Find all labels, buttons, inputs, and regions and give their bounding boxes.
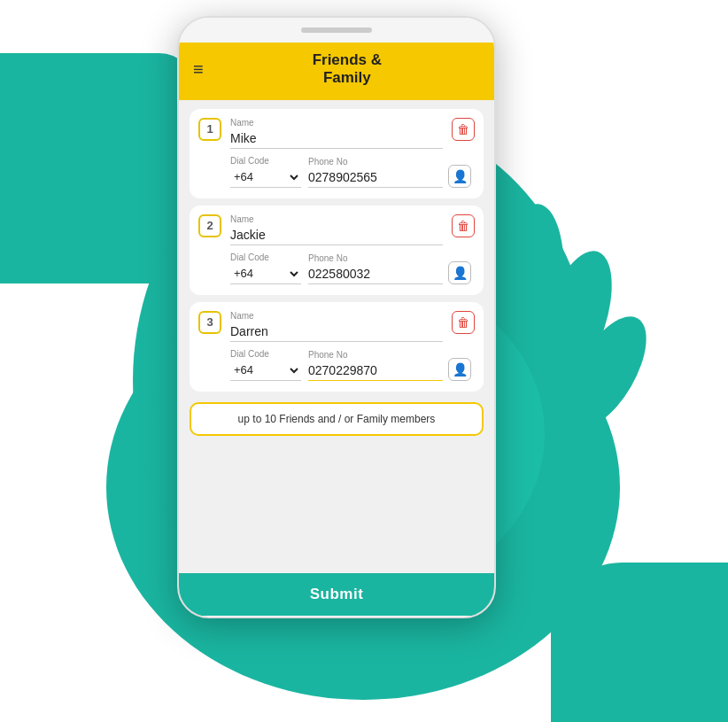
contact-book-button-2[interactable]: 👤 bbox=[448, 261, 471, 284]
phone-label-2: Phone No bbox=[308, 253, 443, 263]
name-input-1[interactable] bbox=[230, 129, 443, 149]
info-banner: up to 10 Friends and / or Family members bbox=[190, 402, 484, 436]
dial-label-3: Dial Code bbox=[230, 349, 301, 359]
submit-button[interactable]: Submit bbox=[179, 573, 494, 616]
contact-book-icon-3: 👤 bbox=[453, 362, 468, 377]
contact-book-button-3[interactable]: 👤 bbox=[448, 358, 471, 381]
phone-notch bbox=[179, 18, 494, 43]
phone-input-1[interactable] bbox=[308, 168, 443, 188]
dial-select-3[interactable]: +64 +1 +44 bbox=[230, 361, 301, 381]
delete-button-3[interactable]: 🗑 bbox=[452, 311, 475, 334]
app-title: Friends & Family bbox=[214, 51, 480, 88]
delete-button-2[interactable]: 🗑 bbox=[452, 214, 475, 237]
dial-label-2: Dial Code bbox=[230, 252, 301, 262]
contact-number-2: 2 bbox=[198, 214, 221, 237]
contact-number-3: 3 bbox=[198, 311, 221, 334]
name-label-3: Name bbox=[230, 311, 443, 321]
contact-book-icon-1: 👤 bbox=[453, 169, 468, 183]
phone-frame: ≡ Friends & Family 1 🗑 Name bbox=[177, 16, 496, 618]
contact-card-1: 1 🗑 Name Dial Code +64 +1 +44 bbox=[190, 109, 484, 198]
hamburger-icon[interactable]: ≡ bbox=[193, 59, 204, 80]
name-label-1: Name bbox=[230, 118, 443, 128]
contact-book-button-1[interactable]: 👤 bbox=[448, 165, 471, 188]
phone-input-2[interactable] bbox=[308, 265, 443, 284]
contact-card-3: 3 🗑 Name Dial Code +64 +1 +44 bbox=[190, 302, 484, 392]
trash-icon-3: 🗑 bbox=[457, 315, 469, 330]
dial-select-2[interactable]: +64 +1 +44 bbox=[230, 264, 301, 284]
contact-book-icon-2: 👤 bbox=[453, 266, 468, 280]
name-label-2: Name bbox=[230, 214, 443, 224]
trash-icon-1: 🗑 bbox=[457, 122, 469, 136]
name-input-3[interactable] bbox=[230, 322, 443, 342]
notch-bar bbox=[301, 27, 372, 33]
app-content: 1 🗑 Name Dial Code +64 +1 +44 bbox=[179, 100, 494, 573]
app-header: ≡ Friends & Family bbox=[179, 43, 494, 100]
phone-label-3: Phone No bbox=[308, 350, 443, 360]
name-input-2[interactable] bbox=[230, 226, 443, 245]
phone-label-1: Phone No bbox=[308, 157, 443, 167]
delete-button-1[interactable]: 🗑 bbox=[452, 118, 475, 141]
contact-card-2: 2 🗑 Name Dial Code +64 +1 +44 bbox=[190, 206, 484, 295]
main-scene: ≡ Friends & Family 1 🗑 Name bbox=[0, 0, 728, 722]
dial-select-1[interactable]: +64 +1 +44 bbox=[230, 167, 301, 188]
contact-number-1: 1 bbox=[198, 118, 221, 141]
trash-icon-2: 🗑 bbox=[457, 219, 469, 233]
dial-label-1: Dial Code bbox=[230, 156, 301, 166]
phone-input-3[interactable] bbox=[308, 361, 443, 381]
